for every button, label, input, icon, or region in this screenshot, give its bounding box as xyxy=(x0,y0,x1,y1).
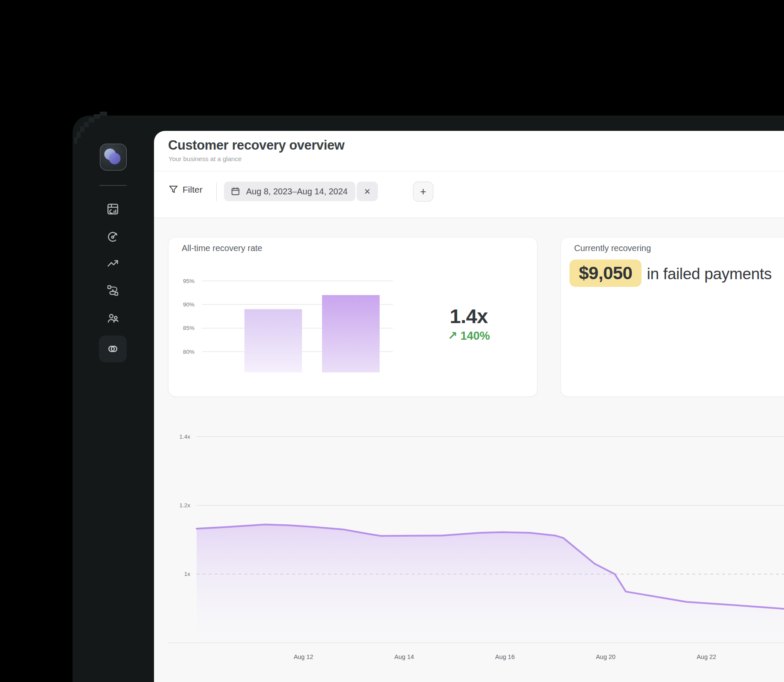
dashboard-icon xyxy=(106,202,119,216)
sidebar-item-workflows[interactable] xyxy=(103,281,122,300)
date-range-remove-button[interactable]: ✕ xyxy=(357,182,378,201)
sidebar-item-customers[interactable] xyxy=(103,309,122,327)
area-chart-ytick-label: 1.2x xyxy=(179,502,190,509)
screen: Customer recovery overview Your business… xyxy=(0,0,784,682)
trend-up-icon xyxy=(106,257,119,270)
sidebar-divider xyxy=(99,185,127,186)
recovery-rate-card: All-time recovery rate 95%90%85%80% 1.4x… xyxy=(168,237,537,397)
recovery-rate-stat: 1.4x ↗ 140% xyxy=(427,306,511,343)
workflow-loop-icon xyxy=(106,284,119,297)
close-icon: ✕ xyxy=(364,187,371,197)
bar-chart-ytick-label: 90% xyxy=(183,301,195,308)
bar-chart-ytick-label: 95% xyxy=(183,278,195,284)
area-chart-xtick-label: Aug 16 xyxy=(495,653,515,660)
window-corner-step xyxy=(100,112,107,116)
trend-up-arrow-icon: ↗ xyxy=(447,329,457,342)
stat-change-value: 140% xyxy=(461,329,490,342)
bar-2 xyxy=(322,295,380,372)
users-icon xyxy=(106,312,119,325)
area-chart-ytick-label: 1.4x xyxy=(179,433,190,440)
bar-1 xyxy=(244,309,302,372)
currently-recovering-amount-row: $9,050 in failed payments xyxy=(569,260,772,287)
area-chart-xtick-label: Aug 20 xyxy=(596,653,616,660)
area-chart-ytick-label: 1x xyxy=(184,571,191,577)
filter-bar-divider xyxy=(154,217,784,218)
amount-highlight: $9,050 xyxy=(569,260,642,287)
amount-suffix: in failed payments xyxy=(647,265,772,283)
gauge-icon xyxy=(106,230,119,243)
app-logo[interactable] xyxy=(100,144,127,170)
filter-button[interactable]: Filter xyxy=(168,184,203,195)
recovery-multiple-area-chart: 1.4x1.2x1xAug 12Aug 14Aug 16Aug 20Aug 22 xyxy=(168,426,784,665)
plus-icon: + xyxy=(420,185,427,198)
area-chart-xtick-label: Aug 22 xyxy=(697,653,716,660)
page-title: Customer recovery overview xyxy=(168,138,344,153)
window-corner-step xyxy=(94,114,100,118)
window-corner-step xyxy=(84,122,89,127)
currently-recovering-title: Currently recovering xyxy=(574,243,651,253)
sidebar-item-trends[interactable] xyxy=(103,254,122,272)
bar-chart-ytick-label: 85% xyxy=(183,325,195,331)
page-subtitle: Your business at a glance xyxy=(168,155,241,162)
window-corner-step xyxy=(89,118,94,122)
funnel-icon xyxy=(168,184,179,195)
stat-change: ↗ 140% xyxy=(427,329,511,343)
window-corner-step xyxy=(74,137,77,144)
sidebar-item-dashboard[interactable] xyxy=(103,199,122,218)
filter-label: Filter xyxy=(183,185,203,195)
bar-chart-ytick-label: 80% xyxy=(183,349,195,355)
filter-divider xyxy=(216,182,217,201)
currently-recovering-card: Currently recovering $9,050 in failed pa… xyxy=(560,237,784,397)
add-filter-button[interactable]: + xyxy=(413,182,433,202)
stat-value: 1.4x xyxy=(427,306,511,327)
area-chart-xtick-label: Aug 14 xyxy=(395,653,414,660)
venn-circles-icon xyxy=(106,342,119,355)
header-divider xyxy=(154,171,784,171)
overlapping-circles-logo xyxy=(100,144,126,170)
area-chart-fill xyxy=(197,525,784,643)
date-range-chip[interactable]: Aug 8, 2023–Aug 14, 2024 ✕ xyxy=(224,182,378,201)
date-range-value: Aug 8, 2023–Aug 14, 2024 xyxy=(246,187,348,197)
window-corner-step xyxy=(77,132,81,138)
calendar-icon xyxy=(230,186,241,197)
area-chart-xtick-label: Aug 12 xyxy=(293,653,313,660)
date-range-chip-body[interactable]: Aug 8, 2023–Aug 14, 2024 xyxy=(224,182,355,201)
sidebar-item-performance[interactable] xyxy=(103,227,122,246)
window-corner-step xyxy=(80,127,84,132)
sidebar-item-recovery[interactable] xyxy=(99,335,127,362)
